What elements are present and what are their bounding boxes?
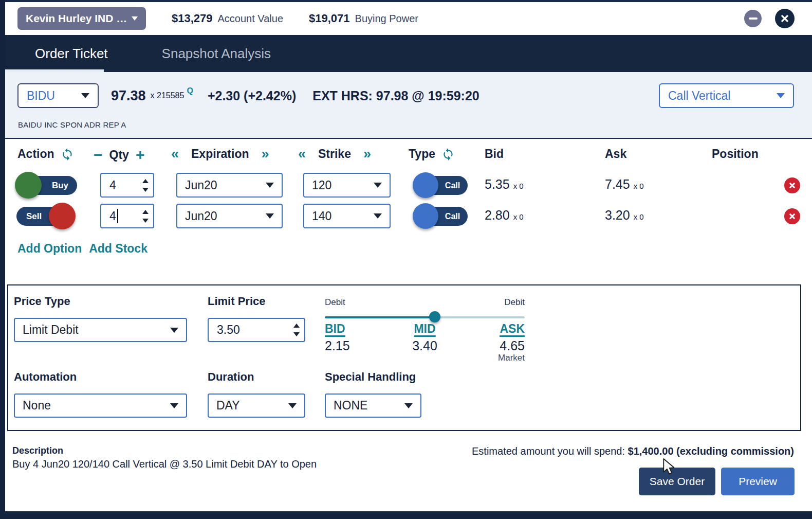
stepper-down-icon[interactable] — [142, 219, 149, 223]
extended-hours-quote: EXT HRS: 97.98 @ 19:59:20 — [312, 88, 479, 103]
action-toggle-sell[interactable]: Sell — [16, 203, 77, 229]
ask-link[interactable]: ASK — [500, 323, 525, 337]
special-handling-select[interactable]: NONE — [325, 393, 421, 418]
expiration-select[interactable]: Jun20 — [176, 204, 283, 228]
limit-price-label: Limit Price — [208, 295, 265, 308]
strategy-selector[interactable]: Call Vertical — [659, 83, 794, 108]
account-selector-dropdown[interactable]: Kevin Hurley IND … — [17, 7, 146, 30]
price-type-select[interactable]: Limit Debit — [14, 318, 187, 342]
expiration-header: Expiration — [191, 147, 249, 161]
strike-select[interactable]: 140 — [303, 204, 391, 228]
position-header: Position — [712, 147, 759, 161]
strike-prev-icon[interactable]: « — [298, 147, 306, 161]
tab-snapshot-analysis[interactable]: Snapshot Analysis — [139, 35, 286, 72]
legs-table: Action − Qty + « Expiration » « Strike »… — [5, 139, 812, 284]
mid-mark-value: 3.40 — [412, 338, 437, 353]
price-type-value: Limit Debit — [23, 323, 79, 337]
strike-select[interactable]: 120 — [303, 173, 391, 198]
strike-next-icon[interactable]: » — [363, 147, 371, 161]
sell-toggle-knob — [49, 203, 76, 229]
add-stock-link[interactable]: Add Stock — [89, 242, 147, 256]
qty-input[interactable]: 4 — [100, 173, 154, 198]
automation-select[interactable]: None — [14, 393, 187, 418]
bid-link[interactable]: BID — [325, 323, 345, 337]
tab-snapshot-analysis-label: Snapshot Analysis — [162, 46, 271, 62]
type-toggle-knob — [413, 203, 438, 229]
duration-select[interactable]: DAY — [208, 393, 305, 418]
limit-price-value: 3.50 — [217, 323, 240, 337]
close-button[interactable] — [775, 9, 795, 28]
order-settings-panel: Price Type Limit Price Limit Debit 3.50 … — [7, 284, 801, 431]
delete-x-icon — [788, 182, 796, 189]
stepper-up-icon[interactable] — [142, 210, 149, 214]
save-order-button[interactable]: Save Order — [639, 468, 715, 495]
estimate-line: Estimated amount you will spend: $1,400.… — [472, 445, 794, 457]
limit-price-input[interactable]: 3.50 — [208, 318, 305, 342]
expiration-value: Jun20 — [185, 209, 217, 223]
background-app-strip — [0, 0, 5, 519]
stepper-down-icon[interactable] — [293, 332, 300, 336]
symbol-ticker: BIDU — [27, 89, 55, 103]
price-slider-fill — [325, 316, 435, 318]
remove-leg-button[interactable] — [784, 177, 800, 193]
add-option-link[interactable]: Add Option — [17, 242, 82, 256]
slider-right-caption: Debit — [504, 297, 525, 308]
limit-price-stepper[interactable] — [293, 319, 300, 341]
minimize-icon — [749, 17, 758, 20]
price-slider-knob[interactable] — [429, 311, 440, 323]
action-label: Buy — [52, 181, 68, 191]
preview-label: Preview — [739, 475, 777, 488]
description-text: Buy 4 Jun20 120/140 Call Vertical @ 3.50… — [12, 458, 317, 470]
ask-quote: 7.45 x 0 — [605, 177, 644, 192]
qty-stepper[interactable] — [142, 174, 149, 196]
ask-price: 3.20 — [605, 208, 630, 223]
last-size: x 215585 — [151, 91, 184, 100]
account-selector-label: Kevin Hurley IND … — [26, 12, 127, 25]
tab-order-ticket[interactable]: Order Ticket — [5, 35, 139, 72]
minimize-button[interactable] — [744, 10, 762, 27]
expiration-prev-icon[interactable]: « — [171, 147, 179, 161]
automation-label: Automation — [14, 370, 77, 384]
stepper-up-icon[interactable] — [293, 324, 300, 328]
chevron-down-icon — [170, 328, 178, 333]
text-cursor — [117, 209, 118, 223]
bid-quote: 2.80 x 0 — [485, 208, 524, 223]
mid-link[interactable]: MID — [414, 323, 435, 337]
swap-type-icon[interactable] — [441, 148, 455, 161]
expiration-select[interactable]: Jun20 — [176, 173, 283, 198]
buying-power-value: $19,071 — [309, 12, 350, 25]
qty-increase-icon[interactable]: + — [136, 147, 145, 163]
type-toggle-call[interactable]: Call — [414, 172, 468, 199]
ask-size: x 0 — [634, 182, 644, 190]
window-controls — [744, 9, 795, 28]
quote-indicator: Q — [187, 86, 193, 96]
account-value-group: $13,279 Account Value — [172, 12, 283, 25]
stepper-up-icon[interactable] — [142, 179, 149, 183]
ask-price: 7.45 — [605, 177, 630, 192]
qty-input[interactable]: 4 — [100, 204, 154, 228]
ask-mark: ASK 4.65 — [500, 323, 525, 353]
stepper-down-icon[interactable] — [142, 188, 149, 192]
buy-toggle-knob — [15, 172, 42, 199]
expiration-next-icon[interactable]: » — [262, 147, 269, 161]
preview-button[interactable]: Preview — [721, 468, 795, 495]
qty-decrease-icon[interactable]: − — [94, 147, 103, 163]
buying-power-caption: Buying Power — [355, 13, 418, 25]
estimate-value: $1,400.00 (excluding commission) — [628, 445, 794, 457]
action-toggle-buy[interactable]: Buy — [16, 172, 77, 199]
swap-action-icon[interactable] — [61, 148, 74, 161]
ask-header: Ask — [605, 147, 626, 161]
qty-value: 4 — [109, 209, 116, 223]
qty-stepper[interactable] — [142, 205, 149, 227]
bid-size: x 0 — [513, 182, 524, 190]
quote-strip: 97.38 x 215585 Q +2.30 (+2.42%) EXT HRS:… — [111, 83, 479, 108]
strategy-label: Call Vertical — [668, 89, 730, 103]
titlebar: Kevin Hurley IND … $13,279 Account Value… — [5, 2, 812, 35]
type-toggle-call[interactable]: Call — [414, 203, 468, 229]
symbol-selector[interactable]: BIDU — [17, 83, 99, 108]
remove-leg-button[interactable] — [784, 208, 800, 224]
automation-value: None — [23, 399, 51, 413]
chevron-down-icon — [374, 213, 382, 219]
estimate-prefix: Estimated amount you will spend: — [472, 445, 628, 457]
tab-order-ticket-label: Order Ticket — [35, 46, 108, 62]
